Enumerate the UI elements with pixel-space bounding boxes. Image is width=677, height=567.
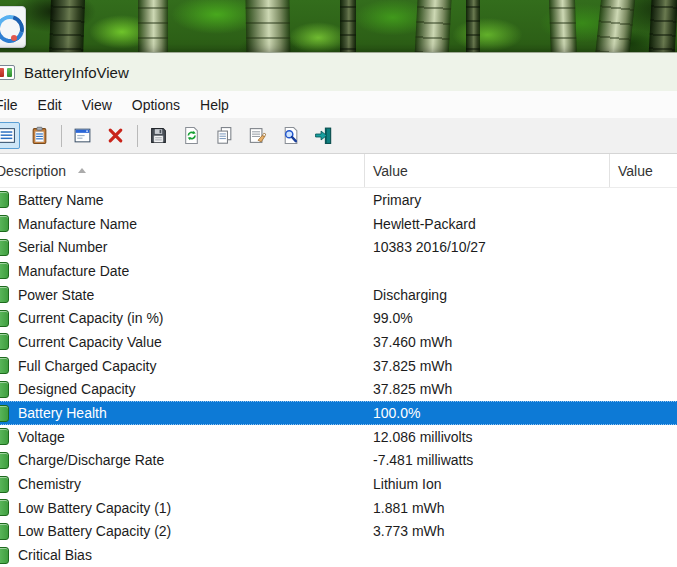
battery-row-icon — [0, 239, 9, 256]
row-description: Serial Number — [9, 239, 365, 255]
table-row[interactable]: Current Capacity Value 37.460 mWh — [0, 330, 677, 354]
row-value: 37.825 mWh — [365, 381, 618, 397]
battery-row-icon — [0, 381, 9, 398]
shortcut-logo-dot — [11, 35, 17, 41]
battery-app-icon — [0, 65, 15, 80]
properties-window-button[interactable] — [69, 122, 96, 149]
properties-window-icon — [73, 126, 92, 145]
save-floppy-icon — [149, 126, 168, 145]
column-header-value-2[interactable]: Value — [610, 154, 677, 187]
menu-file[interactable]: File — [0, 93, 28, 117]
table-row[interactable]: Chemistry Lithium Ion — [0, 472, 677, 496]
table-row[interactable]: Manufacture Date — [0, 259, 677, 283]
find-button[interactable] — [277, 122, 304, 149]
bamboo-trunk — [594, 0, 635, 58]
row-value: 37.825 mWh — [365, 358, 618, 374]
bamboo-trunk — [414, 0, 452, 58]
refresh-icon — [182, 126, 201, 145]
row-value: Discharging — [365, 287, 618, 303]
battery-row-icon — [0, 286, 9, 303]
toolbar-separator — [61, 125, 62, 147]
battery-info-list: Description Value Value Battery Name Pri… — [0, 154, 677, 567]
row-description: Power State — [9, 287, 365, 303]
battery-log-clipboard-icon — [30, 126, 49, 145]
table-row[interactable]: Voltage 12.086 millivolts — [0, 425, 677, 449]
battery-log-view-button[interactable] — [26, 122, 53, 149]
table-row[interactable]: Power State Discharging — [0, 283, 677, 307]
item-properties-button[interactable] — [244, 122, 271, 149]
battery-info-view-button[interactable] — [0, 122, 20, 149]
row-description: Critical Bias — [9, 547, 365, 563]
table-row[interactable]: Serial Number 10383 2016/10/27 — [0, 235, 677, 259]
copy-button[interactable] — [211, 122, 238, 149]
row-value: 99.0% — [365, 310, 618, 326]
battery-row-icon — [0, 215, 9, 232]
table-row[interactable]: Full Charged Capacity 37.825 mWh — [0, 354, 677, 378]
shortcut-logo-icon — [0, 10, 29, 48]
row-description: Full Charged Capacity — [9, 358, 365, 374]
save-button[interactable] — [145, 122, 172, 149]
row-description: Current Capacity Value — [9, 334, 365, 350]
battery-info-report-icon — [0, 126, 16, 145]
battery-row-icon — [0, 428, 9, 445]
table-row[interactable]: Critical Bias — [0, 543, 677, 567]
window-title: BatteryInfoView — [24, 64, 129, 81]
battery-row-icon — [0, 499, 9, 516]
exit-button[interactable] — [310, 122, 337, 149]
battery-icon-red-segment — [0, 68, 4, 77]
list-rows: Battery Name Primary Manufacture Name He… — [0, 188, 677, 567]
row-value: Lithium Ion — [365, 476, 618, 492]
menu-view[interactable]: View — [72, 93, 122, 117]
desktop-shortcut-icon[interactable] — [0, 6, 26, 48]
row-description: Chemistry — [9, 476, 365, 492]
battery-row-icon — [0, 547, 9, 564]
column-header-value-1[interactable]: Value — [365, 154, 610, 187]
table-row[interactable]: Low Battery Capacity (1) 1.881 mWh — [0, 496, 677, 520]
item-properties-icon — [248, 126, 267, 145]
column-header-description[interactable]: Description — [0, 154, 365, 187]
delete-button[interactable] — [102, 122, 129, 149]
table-row[interactable]: Battery Health 100.0% — [0, 401, 677, 425]
battery-icon-green-segment — [7, 68, 12, 77]
table-row[interactable]: Charge/Discharge Rate -7.481 milliwatts — [0, 449, 677, 473]
table-row[interactable]: Manufacture Name Hewlett-Packard — [0, 212, 677, 236]
bamboo-trunk — [549, 0, 577, 58]
toolbar-separator — [137, 125, 138, 147]
menu-bar: File Edit View Options Help — [0, 91, 677, 118]
table-row[interactable]: Current Capacity (in %) 99.0% — [0, 306, 677, 330]
battery-row-icon — [0, 357, 9, 374]
batteryinfoview-window: BatteryInfoView File Edit View Options H… — [0, 52, 677, 567]
row-description: Charge/Discharge Rate — [9, 452, 365, 468]
menu-options[interactable]: Options — [122, 93, 190, 117]
table-row[interactable]: Low Battery Capacity (2) 3.773 mWh — [0, 520, 677, 544]
row-value: 100.0% — [365, 405, 618, 421]
menu-help[interactable]: Help — [190, 93, 239, 117]
column-header-value1-label: Value — [373, 163, 408, 179]
row-description: Battery Health — [9, 405, 365, 421]
bamboo-trunk — [138, 0, 168, 58]
bamboo-trunk — [49, 0, 85, 58]
row-value: 3.773 mWh — [365, 523, 618, 539]
sort-ascending-icon — [78, 168, 86, 173]
battery-row-icon — [0, 476, 9, 493]
desktop-wallpaper-bamboo — [0, 0, 677, 58]
battery-row-icon — [0, 523, 9, 540]
battery-row-icon — [0, 191, 9, 208]
row-description: Manufacture Date — [9, 263, 365, 279]
table-row[interactable]: Designed Capacity 37.825 mWh — [0, 378, 677, 402]
menu-edit[interactable]: Edit — [28, 93, 72, 117]
battery-row-icon — [0, 310, 9, 327]
battery-row-icon — [0, 405, 9, 422]
battery-row-icon — [0, 333, 9, 350]
row-value: 37.460 mWh — [365, 334, 618, 350]
battery-row-icon — [0, 262, 9, 279]
table-row[interactable]: Battery Name Primary — [0, 188, 677, 212]
refresh-button[interactable] — [178, 122, 205, 149]
row-description: Designed Capacity — [9, 381, 365, 397]
screen: BatteryInfoView File Edit View Options H… — [0, 0, 677, 567]
row-value: 10383 2016/10/27 — [365, 239, 618, 255]
bamboo-trunk — [648, 0, 677, 58]
bamboo-trunk — [340, 0, 356, 58]
row-value: Primary — [365, 192, 618, 208]
title-bar[interactable]: BatteryInfoView — [0, 53, 677, 91]
